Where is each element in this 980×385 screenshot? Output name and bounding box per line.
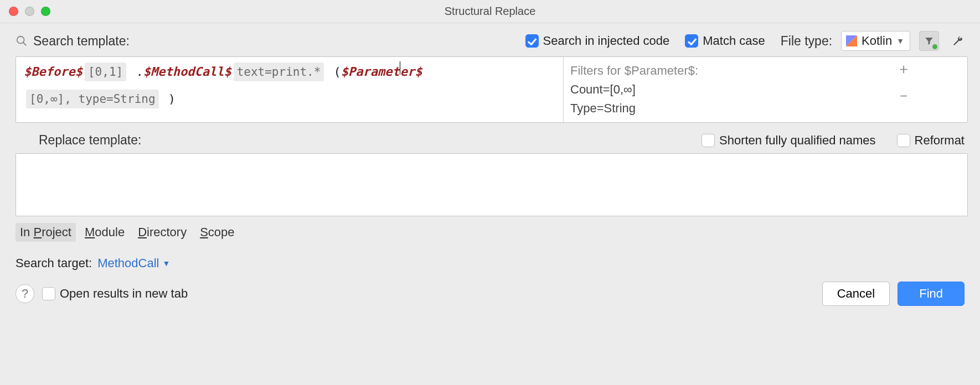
checkbox-icon bbox=[897, 134, 910, 147]
search-template-editor[interactable]: $Before$ [0,1] . $MethodCall$ text=print… bbox=[16, 57, 563, 122]
titlebar: Structural Replace bbox=[0, 0, 980, 23]
replace-template-label: Replace template: bbox=[39, 133, 141, 148]
bottom-bar: ? Open results in new tab Cancel Find bbox=[0, 270, 980, 317]
file-type-label: File type: bbox=[781, 34, 832, 49]
checkbox-label: Shorten fully qualified names bbox=[719, 133, 876, 148]
filters-pane: Filters for $Parameter$: Count=[0,∞] Typ… bbox=[563, 57, 840, 122]
replace-toolbar: Replace template: Shorten fully qualifie… bbox=[0, 123, 980, 153]
checkbox-icon bbox=[702, 134, 715, 147]
checkbox-label: Search in injected code bbox=[543, 34, 670, 48]
search-icon bbox=[16, 35, 28, 47]
checkbox-label: Match case bbox=[703, 34, 765, 48]
search-in-injected-checkbox[interactable]: Search in injected code bbox=[525, 34, 670, 48]
status-dot-icon bbox=[932, 44, 937, 49]
reformat-checkbox[interactable]: Reformat bbox=[897, 133, 964, 148]
filters-title: Filters for $Parameter$: bbox=[570, 61, 833, 80]
template-var-parameter-a: $Paramet bbox=[341, 63, 400, 81]
replace-template-editor[interactable] bbox=[16, 153, 968, 216]
window-title: Structural Replace bbox=[0, 5, 980, 18]
add-filter-button[interactable]: ＋ bbox=[896, 61, 911, 76]
checkbox-icon bbox=[525, 34, 539, 48]
file-type-select[interactable]: Kotlin ▼ bbox=[841, 31, 910, 51]
match-case-checkbox[interactable]: Match case bbox=[685, 34, 765, 48]
template-var-parameter-b: er$ bbox=[400, 63, 422, 81]
traffic-lights bbox=[9, 7, 50, 16]
checkbox-label: Reformat bbox=[915, 133, 964, 148]
scope-tabs: In Project Module Directory Scope bbox=[0, 221, 980, 242]
template-var-before: $Before$ bbox=[24, 63, 82, 81]
tools-menu-button[interactable] bbox=[948, 31, 968, 51]
search-target-select[interactable]: MethodCall ▼ bbox=[97, 256, 170, 270]
search-target-row: Search target: MethodCall ▼ bbox=[0, 242, 980, 270]
svg-point-0 bbox=[17, 37, 24, 44]
scope-tab-scope[interactable]: Scope bbox=[195, 223, 239, 242]
template-badge-methodcall: text=print.* bbox=[234, 63, 324, 81]
scope-tab-module[interactable]: Module bbox=[80, 223, 129, 242]
shorten-fqn-checkbox[interactable]: Shorten fully qualified names bbox=[702, 133, 876, 148]
filters-line: Type=String bbox=[570, 99, 833, 118]
scope-tab-directory[interactable]: Directory bbox=[133, 223, 191, 242]
template-badge-parameter: [0,∞], type=String bbox=[26, 90, 159, 108]
remove-filter-button[interactable]: － bbox=[896, 88, 911, 102]
minimize-window-button[interactable] bbox=[25, 7, 34, 16]
filters-tools: ＋ － bbox=[840, 57, 967, 122]
help-button[interactable]: ? bbox=[16, 284, 34, 303]
kotlin-icon bbox=[846, 35, 857, 46]
text-caret bbox=[400, 61, 400, 75]
chevron-down-icon: ▼ bbox=[896, 37, 904, 45]
dialog-window: Structural Replace Search template: Sear… bbox=[0, 0, 980, 385]
checkbox-icon bbox=[42, 287, 55, 300]
search-template-label: Search template: bbox=[33, 34, 130, 49]
chevron-down-icon: ▼ bbox=[162, 259, 170, 268]
template-var-methodcall: $MethodCall$ bbox=[143, 63, 231, 81]
template-close-paren: ) bbox=[161, 90, 176, 108]
zoom-window-button[interactable] bbox=[41, 7, 50, 16]
cancel-button[interactable]: Cancel bbox=[822, 282, 890, 306]
file-type-value: Kotlin bbox=[862, 34, 892, 48]
filter-toggle-button[interactable] bbox=[919, 31, 939, 51]
scope-tab-project[interactable]: In Project bbox=[16, 223, 76, 242]
funnel-icon bbox=[924, 36, 934, 46]
search-template-area: $Before$ [0,1] . $MethodCall$ text=print… bbox=[16, 56, 968, 123]
search-target-label: Search target: bbox=[16, 256, 92, 270]
checkbox-icon bbox=[685, 34, 698, 48]
template-dot: . bbox=[128, 63, 143, 81]
search-target-value: MethodCall bbox=[97, 256, 159, 270]
checkbox-label: Open results in new tab bbox=[60, 287, 188, 301]
template-open-paren: ( bbox=[326, 63, 341, 81]
filters-line: Count=[0,∞] bbox=[570, 80, 833, 99]
open-results-new-tab-checkbox[interactable]: Open results in new tab bbox=[42, 287, 188, 301]
find-button[interactable]: Find bbox=[898, 282, 964, 306]
close-window-button[interactable] bbox=[9, 7, 18, 16]
template-badge-before: [0,1] bbox=[85, 63, 126, 81]
svg-line-1 bbox=[23, 43, 27, 46]
search-toolbar: Search template: Search in injected code… bbox=[0, 23, 980, 56]
wrench-icon bbox=[952, 35, 964, 47]
